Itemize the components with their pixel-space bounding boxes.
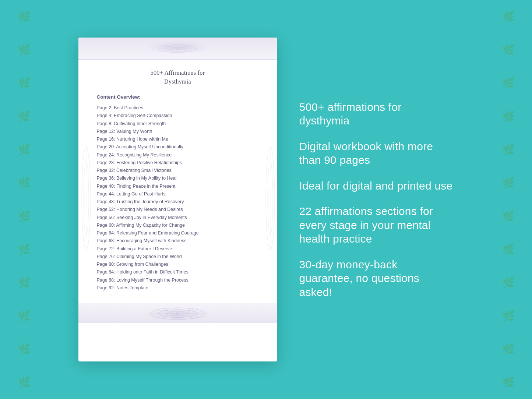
features-panel: 500+ affirmations for dysthymiaDigital w… [299,100,454,299]
toc-item: Page 60: Affirming My Capacity for Chang… [97,222,259,229]
doc-content: 500+ Affirmations for Dysthymia Content … [78,60,277,303]
mandala-decoration-bottom [145,306,211,322]
toc-item: Page 28: Fostering Positive Relationship… [97,159,259,167]
feature-item: 30-day money-back guarantee, no question… [299,258,454,299]
toc-item: Page 40: Finding Peace in the Present [97,183,259,190]
toc-item: Page 76: Claiming My Space in the World [97,253,259,261]
toc-item: Page 68: Encouraging Myself with Kindnes… [97,237,259,245]
doc-border-top [78,38,277,60]
toc-item: Page 72: Building a Future I Deserve [97,245,259,253]
toc-item: Page 88: Loving Myself Through the Proce… [97,276,259,284]
toc-item: Page 4: Embracing Self-Compassion [97,112,259,120]
toc-item: Page 52: Honoring My Needs and Desires [97,206,259,213]
toc-item: Page 56: Seeking Joy in Everyday Moments [97,214,259,222]
table-of-contents: Page 2: Best PracticesPage 4: Embracing … [97,104,259,292]
doc-side-decoration-left [81,143,91,256]
feature-item: 500+ affirmations for dysthymia [299,100,454,128]
doc-title-line2: Dysthymia [164,78,191,85]
toc-item: Page 24: Recognizing My Resilience [97,151,259,159]
toc-item: Page 84: Holding onto Faith in Difficult… [97,268,259,276]
content-overview-label: Content Overview: [97,94,259,100]
toc-item: Page 2: Best Practices [97,104,259,112]
feature-item: 22 affirmations sections for every stage… [299,204,454,246]
toc-item: Page 16: Nurturing Hope within Me [97,135,259,143]
doc-title-line1: 500+ Affirmations for [151,70,205,76]
doc-title: 500+ Affirmations for Dysthymia [97,68,259,86]
toc-item: Page 8: Cultivating Inner Strength [97,120,259,128]
toc-item: Page 12: Valuing My Worth [97,128,259,135]
toc-item: Page 32: Celebrating Small Victories [97,167,259,174]
doc-side-decoration-right [265,143,275,256]
toc-item: Page 36: Believing in My Ability to Heal [97,174,259,182]
toc-item: Page 80: Growing from Challenges [97,261,259,268]
toc-item: Page 92: Notes Template [97,284,259,292]
main-content: 500+ Affirmations for Dysthymia Content … [0,0,532,399]
toc-item: Page 20: Accepting Myself Unconditionall… [97,143,259,151]
toc-item: Page 48: Trusting the Journey of Recover… [97,198,259,206]
document-preview: 500+ Affirmations for Dysthymia Content … [78,38,277,361]
doc-border-bottom [78,303,277,323]
feature-item: Digital workbook with more than 90 pages [299,140,454,167]
toc-item: Page 64: Releasing Fear and Embracing Co… [97,229,259,237]
feature-item: Ideal for digital and printed use [299,179,454,193]
toc-item: Page 44: Letting Go of Past Hurts [97,190,259,198]
mandala-decoration-top [156,41,200,56]
